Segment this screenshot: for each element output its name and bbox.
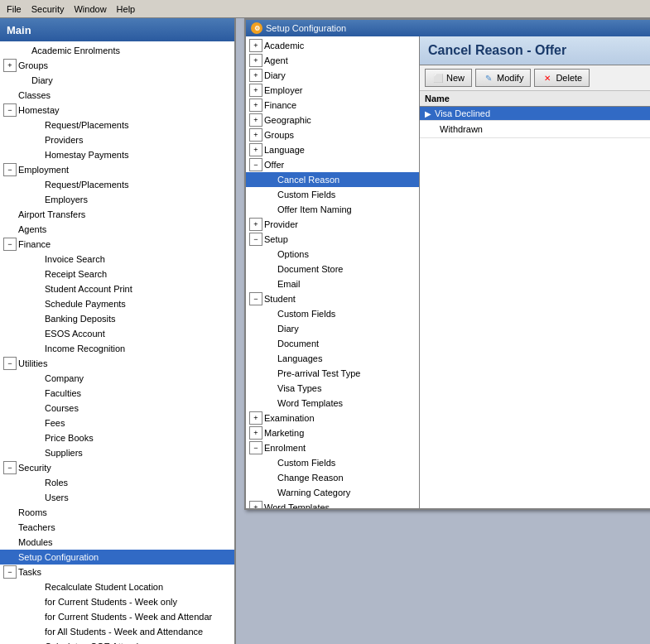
menu-security[interactable]: Security	[26, 2, 70, 16]
setup-tree-enrolment-custom-fields[interactable]: Custom Fields	[246, 455, 419, 470]
setup-tree-academic[interactable]: + Academic	[246, 38, 419, 53]
tree-item-homestay[interactable]: − Homestay	[0, 103, 234, 118]
expand-icon-enrolment-word-templates[interactable]: +	[249, 501, 262, 508]
tree-item-company[interactable]: Company	[0, 371, 234, 386]
expand-icon-setup-employer[interactable]: +	[249, 84, 262, 97]
expand-icon-setup-setup[interactable]: −	[249, 233, 262, 246]
menu-help[interactable]: Help	[112, 2, 141, 16]
tree-item-finance[interactable]: − Finance	[0, 237, 234, 252]
tree-item-rooms[interactable]: Rooms	[0, 505, 234, 520]
setup-tree-finance[interactable]: + Finance	[246, 98, 419, 113]
tree-item-setup-configuration[interactable]: Setup Configuration	[0, 550, 234, 565]
expand-icon-setup-academic[interactable]: +	[249, 39, 262, 52]
tree-item-agents[interactable]: Agents	[0, 222, 234, 237]
setup-tree-student-custom-fields[interactable]: Custom Fields	[246, 306, 419, 321]
expand-icon-employment[interactable]: −	[3, 163, 17, 176]
setup-tree-word-templates[interactable]: Word Templates	[246, 396, 419, 411]
tree-item-teachers[interactable]: Teachers	[0, 520, 234, 535]
tree-item-homestay-payments[interactable]: Homestay Payments	[0, 147, 234, 162]
tree-item-tasks[interactable]: − Tasks	[0, 565, 234, 579]
tree-item-users[interactable]: Users	[0, 490, 234, 505]
expand-icon-setup-provider[interactable]: +	[249, 218, 262, 231]
tree-item-academic-enrolments[interactable]: Academic Enrolments	[0, 43, 234, 58]
table-row-withdrawn[interactable]: Withdrawn	[420, 121, 650, 138]
modify-button[interactable]: ✎ Modify	[475, 69, 531, 87]
expand-icon-tasks[interactable]: −	[3, 565, 17, 579]
setup-tree-setup[interactable]: − Setup	[246, 232, 419, 247]
setup-tree-document-store[interactable]: Document Store	[246, 262, 419, 276]
tree-item-student-account[interactable]: Student Account Print	[0, 281, 234, 296]
new-button[interactable]: ⬜ New	[425, 69, 472, 87]
tree-item-security[interactable]: − Security	[0, 460, 234, 475]
setup-tree-marketing[interactable]: + Marketing	[246, 425, 419, 440]
setup-tree-employer[interactable]: + Employer	[246, 83, 419, 98]
setup-tree-warning-category[interactable]: Warning Category	[246, 485, 419, 500]
tree-item-esos-account[interactable]: ESOS Account	[0, 326, 234, 341]
tree-item-banking-deposits[interactable]: Banking Deposits	[0, 311, 234, 326]
setup-tree-language[interactable]: + Language	[246, 142, 419, 157]
setup-tree-geographic[interactable]: + Geographic	[246, 113, 419, 127]
setup-tree-email[interactable]: Email	[246, 276, 419, 291]
setup-tree-diary[interactable]: + Diary	[246, 68, 419, 83]
tree-item-invoice-search[interactable]: Invoice Search	[0, 252, 234, 267]
tree-item-income-recognition[interactable]: Income Recognition	[0, 341, 234, 356]
setup-tree-pre-arrival[interactable]: Pre-arrival Test Type	[246, 366, 419, 381]
setup-tree-change-reason[interactable]: Change Reason	[246, 470, 419, 485]
expand-icon-utilities[interactable]: −	[3, 357, 17, 370]
setup-tree-options[interactable]: Options	[246, 247, 419, 262]
tree-item-request-placements[interactable]: Request/Placements	[0, 118, 234, 132]
tree-item-roles[interactable]: Roles	[0, 475, 234, 490]
expand-icon-setup-examination[interactable]: +	[249, 411, 262, 425]
tree-item-courses[interactable]: Courses	[0, 401, 234, 416]
expand-icon-setup-diary[interactable]: +	[249, 69, 262, 82]
expand-icon-setup-enrolment[interactable]: −	[249, 441, 262, 454]
expand-icon-setup-student[interactable]: −	[249, 292, 262, 305]
setup-tree-enrolment[interactable]: − Enrolment	[246, 440, 419, 455]
tree-item-faculties[interactable]: Faculties	[0, 386, 234, 401]
setup-tree-visa-types[interactable]: Visa Types	[246, 381, 419, 396]
tree-item-all-students[interactable]: for All Students - Week and Attendance	[0, 624, 234, 639]
tree-item-recalculate[interactable]: Recalculate Student Location	[0, 579, 234, 594]
tree-item-employment[interactable]: − Employment	[0, 162, 234, 177]
setup-tree-enrolment-word-templates[interactable]: + Word Templates	[246, 500, 419, 508]
tree-item-classes[interactable]: Classes	[0, 88, 234, 103]
menu-file[interactable]: File	[2, 2, 26, 16]
tree-item-receipt-search[interactable]: Receipt Search	[0, 267, 234, 281]
expand-icon-setup-groups[interactable]: +	[249, 128, 262, 142]
tree-item-schedule-payments[interactable]: Schedule Payments	[0, 296, 234, 311]
tree-item-fees[interactable]: Fees	[0, 416, 234, 430]
expand-icon-groups[interactable]: +	[3, 59, 17, 72]
expand-icon-security[interactable]: −	[3, 461, 17, 474]
tree-item-employers[interactable]: Employers	[0, 192, 234, 207]
expand-icon-setup-finance[interactable]: +	[249, 99, 262, 112]
expand-icon-homestay[interactable]: −	[3, 103, 17, 117]
setup-tree-agent[interactable]: + Agent	[246, 53, 419, 68]
tree-item-suppliers[interactable]: Suppliers	[0, 445, 234, 460]
setup-tree-groups[interactable]: + Groups	[246, 127, 419, 142]
menu-window[interactable]: Window	[69, 2, 111, 16]
tree-item-price-books[interactable]: Price Books	[0, 430, 234, 445]
setup-tree-student-languages[interactable]: Languages	[246, 351, 419, 366]
setup-tree-cancel-reason[interactable]: Cancel Reason	[246, 172, 419, 187]
setup-tree-provider[interactable]: + Provider	[246, 217, 419, 232]
expand-icon-setup-agent[interactable]: +	[249, 54, 262, 67]
tree-item-airport[interactable]: Airport Transfers	[0, 207, 234, 222]
delete-button[interactable]: ✕ Delete	[534, 69, 590, 87]
table-row-visa-declined[interactable]: ▶ Visa Declined	[420, 107, 650, 121]
setup-tree-student-document[interactable]: Document	[246, 336, 419, 351]
expand-icon-setup-marketing[interactable]: +	[249, 426, 262, 440]
tree-item-current-week-attend[interactable]: for Current Students - Week and Attendar	[0, 609, 234, 624]
tree-item-emp-request[interactable]: Request/Placements	[0, 177, 234, 192]
tree-item-providers[interactable]: Providers	[0, 132, 234, 147]
setup-tree-student[interactable]: − Student	[246, 291, 419, 306]
setup-tree-custom-fields[interactable]: Custom Fields	[246, 187, 419, 202]
tree-item-current-week[interactable]: for Current Students - Week only	[0, 594, 234, 609]
expand-icon-setup-offer[interactable]: −	[249, 158, 262, 171]
expand-icon-setup-language[interactable]: +	[249, 143, 262, 156]
tree-item-groups[interactable]: + Groups	[0, 58, 234, 73]
tree-item-utilities[interactable]: − Utilities	[0, 356, 234, 371]
expand-icon-setup-geographic[interactable]: +	[249, 113, 262, 127]
tree-item-diary[interactable]: Diary	[0, 73, 234, 88]
tree-item-modules[interactable]: Modules	[0, 535, 234, 550]
setup-tree-examination[interactable]: + Examination	[246, 411, 419, 425]
